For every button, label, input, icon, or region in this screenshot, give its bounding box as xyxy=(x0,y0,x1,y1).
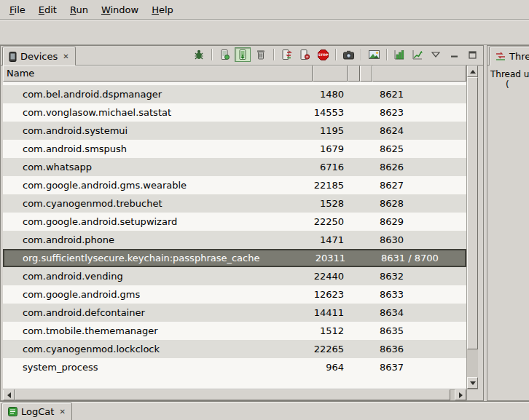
scroll-right-button[interactable] xyxy=(455,389,466,400)
column-header-name[interactable]: Name xyxy=(3,66,313,82)
tab-logcat-label: LogCat xyxy=(21,406,54,417)
cell-port: 8629 xyxy=(372,216,466,227)
tab-threads-label: Threads xyxy=(509,51,529,62)
menu-edit[interactable]: Edit xyxy=(32,1,63,18)
scroll-down-button[interactable] xyxy=(467,377,478,389)
cell-pid: 22440 xyxy=(313,271,348,282)
close-icon[interactable]: ✕ xyxy=(59,408,65,416)
svg-text:STOP: STOP xyxy=(318,53,328,57)
cell-port: 8636 xyxy=(372,344,466,354)
cell-pid: 14411 xyxy=(313,307,348,318)
update-threads-icon[interactable] xyxy=(278,47,294,62)
view-menu-icon[interactable] xyxy=(428,47,444,62)
cause-gc-icon[interactable] xyxy=(253,47,269,62)
cell-name: com.google.android.gms xyxy=(3,289,313,300)
allocation-tracker-icon[interactable] xyxy=(410,47,426,62)
tab-threads[interactable]: Threads ✕ xyxy=(489,47,529,66)
table-row[interactable]: com.bel.android.dspmanager14808621 xyxy=(3,85,466,103)
threads-tabstrip: Threads ✕ xyxy=(487,46,529,66)
heap-bars-icon[interactable] xyxy=(391,47,407,62)
table-row[interactable]: com.google.android.gms126238633 xyxy=(3,285,466,304)
maximize-icon[interactable] xyxy=(464,47,480,62)
column-header-blank2[interactable] xyxy=(360,66,372,82)
column-header-blank1[interactable] xyxy=(348,66,360,82)
show-heap-updates-icon[interactable] xyxy=(216,47,232,62)
column-header-pid[interactable] xyxy=(313,66,348,82)
minimize-icon[interactable] xyxy=(446,47,462,62)
scroll-up-button[interactable] xyxy=(467,66,478,77)
cell-port: 8632 xyxy=(372,271,466,282)
start-method-profiling-icon[interactable] xyxy=(297,47,313,62)
cell-name: com.tmobile.thememanager xyxy=(3,325,313,336)
device-table: Name com.bel.android.dspmanager14808621c… xyxy=(1,66,483,400)
cell-pid: 20311 xyxy=(314,253,349,264)
table-row[interactable]: com.cyanogenmod.trebuchet15288628 xyxy=(3,194,466,213)
menu-file[interactable]: File xyxy=(3,1,32,18)
cell-port: 8625 xyxy=(372,143,466,154)
logcat-tabstrip: LogCat ✕ xyxy=(0,401,529,420)
table-row[interactable]: org.sufficientlysecure.keychain:passphra… xyxy=(3,249,466,267)
vertical-scroll-track[interactable] xyxy=(467,349,478,377)
horizontal-scroll-thumb[interactable] xyxy=(15,389,450,400)
cell-name: com.android.phone xyxy=(3,234,313,245)
cell-name: com.android.systemui xyxy=(3,125,313,136)
close-icon[interactable]: ✕ xyxy=(63,52,68,60)
cell-pid: 22265 xyxy=(313,344,348,354)
arrow-left-icon xyxy=(7,392,11,398)
cell-pid: 1679 xyxy=(313,143,348,154)
cell-port: 8630 xyxy=(372,234,466,245)
cell-pid: 1195 xyxy=(313,125,348,136)
cell-port: 8635 xyxy=(372,325,466,336)
scroll-left-button[interactable] xyxy=(3,389,15,400)
table-row[interactable]: com.google.android.gms.wearable221858627 xyxy=(3,176,466,194)
menu-help[interactable]: Help xyxy=(145,1,180,18)
table-row[interactable]: com.google.android.setupwizard222508629 xyxy=(3,213,466,231)
table-row[interactable]: com.vonglasow.michael.satstat145538623 xyxy=(3,103,466,122)
cell-pid: 22185 xyxy=(313,180,348,191)
screen-capture-icon[interactable] xyxy=(340,47,356,62)
cell-pid: 14553 xyxy=(313,107,348,118)
table-row[interactable]: com.android.vending224408632 xyxy=(3,267,466,285)
system-report-icon[interactable] xyxy=(366,47,382,62)
cell-pid: 6716 xyxy=(313,162,348,173)
menu-bar: File Edit Run Window Help xyxy=(0,0,529,20)
dump-hprof-icon[interactable] xyxy=(235,47,251,62)
toolbar-separator xyxy=(335,49,336,60)
threads-message-line2: ( xyxy=(490,79,526,90)
table-row[interactable]: system_process9648637 xyxy=(3,358,466,376)
cell-name: com.vonglasow.michael.satstat xyxy=(3,107,313,118)
cell-port: 8623 xyxy=(372,107,466,118)
vertical-scroll-thumb[interactable] xyxy=(467,77,478,349)
vertical-scrollbar[interactable] xyxy=(466,66,478,389)
column-header-port[interactable] xyxy=(372,66,466,82)
cell-pid: 1512 xyxy=(313,325,348,336)
cell-name: system_process xyxy=(3,362,313,373)
table-row[interactable]: com.android.phone14718630 xyxy=(3,231,466,249)
cell-pid: 1528 xyxy=(313,198,348,209)
menu-run[interactable]: Run xyxy=(63,1,95,18)
menu-window[interactable]: Window xyxy=(95,1,145,18)
devices-view: Devices ✕ xyxy=(0,45,484,401)
tab-logcat[interactable]: LogCat ✕ xyxy=(1,403,72,420)
tab-devices[interactable]: Devices ✕ xyxy=(2,47,76,66)
cell-port: 8637 xyxy=(372,362,466,373)
table-row[interactable]: com.whatsapp67168626 xyxy=(3,158,466,176)
scrollbar-corner xyxy=(466,389,478,400)
stop-process-icon[interactable]: STOP xyxy=(315,47,331,62)
threads-message-line1: Thread up xyxy=(490,69,526,79)
toolbar-separator xyxy=(386,49,387,60)
toolbar-separator xyxy=(361,49,361,60)
cell-port: 8624 xyxy=(372,125,466,136)
cell-name: com.whatsapp xyxy=(3,162,313,173)
table-row[interactable]: com.tmobile.thememanager15128635 xyxy=(3,322,466,340)
cell-name: com.android.defcontainer xyxy=(3,307,313,318)
table-row[interactable]: com.cyanogenmod.lockclock222658636 xyxy=(3,340,466,358)
cell-name: com.bel.android.dspmanager xyxy=(3,89,313,100)
table-row[interactable]: com.android.smspush16798625 xyxy=(3,140,466,158)
cell-pid: 1480 xyxy=(313,89,348,100)
cell-name: com.android.smspush xyxy=(3,143,313,154)
table-row[interactable]: com.android.defcontainer144118634 xyxy=(3,304,466,322)
horizontal-scrollbar[interactable] xyxy=(3,389,466,400)
debug-process-icon[interactable] xyxy=(191,47,207,62)
table-row[interactable]: com.android.systemui11958624 xyxy=(3,122,466,140)
